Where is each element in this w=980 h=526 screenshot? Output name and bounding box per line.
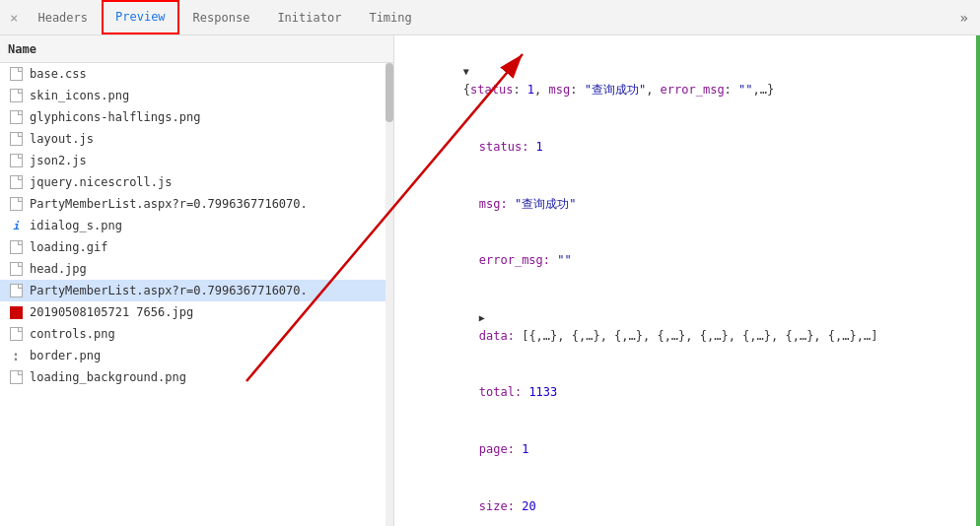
file-item[interactable]: jquery.nicescroll.js (0, 171, 393, 193)
file-name-label: border.png (30, 349, 101, 362)
json-root-line[interactable]: ▼ {status: 1, msg: "查询成功", error_msg: ""… (406, 43, 968, 119)
file-type-icon (8, 88, 24, 103)
green-scrollbar (976, 35, 980, 526)
file-type-icon (8, 326, 24, 342)
file-list-header: Name (0, 35, 393, 63)
scrollbar-thumb[interactable] (385, 63, 393, 122)
file-type-icon (8, 196, 24, 212)
file-name-label: base.css (30, 67, 87, 81)
expand-root-arrow[interactable]: ▼ (463, 64, 469, 80)
file-type-icon (8, 131, 24, 147)
file-item[interactable]: :border.png (0, 345, 393, 366)
file-item[interactable]: PartyMemberList.aspx?r=0.7996367716070. (0, 280, 393, 301)
file-item[interactable]: controls.png (0, 323, 393, 345)
tab-timing[interactable]: Timing (355, 0, 425, 34)
file-name-label: 20190508105721 7656.jpg (30, 305, 193, 319)
file-item[interactable]: base.css (0, 63, 393, 85)
file-type-icon (8, 304, 24, 320)
expand-data-arrow[interactable]: ▶ (479, 310, 485, 326)
file-item[interactable]: iidialog_s.png (0, 215, 393, 236)
preview-panel: ▼ {status: 1, msg: "查询成功", error_msg: ""… (394, 35, 980, 526)
close-button[interactable]: × (4, 7, 24, 29)
file-type-icon (8, 283, 24, 298)
file-name-label: skin_icons.png (30, 89, 129, 102)
json-status-line: status: 1 (406, 119, 968, 176)
json-msg-line: msg: "查询成功" (406, 175, 968, 232)
file-type-icon (8, 66, 24, 82)
file-type-icon (8, 153, 24, 168)
file-item[interactable]: loading_background.png (0, 366, 393, 388)
json-total-line: total: 1133 (406, 364, 968, 422)
json-page-line: page: 1 (406, 422, 968, 479)
file-name-label: head.jpg (30, 262, 87, 276)
tab-headers[interactable]: Headers (24, 0, 102, 34)
file-item[interactable]: head.jpg (0, 258, 393, 280)
scrollbar-track[interactable] (385, 63, 393, 526)
file-item[interactable]: loading.gif (0, 236, 393, 258)
file-list-panel: Name base.cssskin_icons.pngglyphicons-ha… (0, 35, 394, 526)
file-type-icon (8, 239, 24, 255)
tab-initiator[interactable]: Initiator (263, 0, 355, 34)
file-type-icon (8, 369, 24, 385)
tab-response[interactable]: Response (179, 0, 264, 34)
file-item[interactable]: 20190508105721 7656.jpg (0, 301, 393, 323)
file-name-label: layout.js (30, 132, 94, 146)
file-name-label: glyphicons-halflings.png (30, 110, 200, 124)
file-item[interactable]: PartyMemberList.aspx?r=0.7996367716070. (0, 193, 393, 215)
file-name-label: loading.gif (30, 240, 107, 254)
file-list: base.cssskin_icons.pngglyphicons-halflin… (0, 63, 393, 526)
file-name-label: idialog_s.png (30, 219, 122, 232)
file-name-label: jquery.nicescroll.js (30, 175, 173, 189)
json-error-msg-line: error_msg: "" (406, 232, 968, 290)
json-data-line[interactable]: ▶ data: [{,…}, {,…}, {,…}, {,…}, {,…}, {… (406, 289, 968, 364)
more-tabs-button[interactable]: » (952, 6, 976, 30)
file-item[interactable]: json2.js (0, 150, 393, 171)
file-type-icon: : (8, 348, 24, 363)
file-name-label: PartyMemberList.aspx?r=0.7996367716070. (30, 197, 308, 211)
file-item[interactable]: glyphicons-halflings.png (0, 106, 393, 128)
file-type-icon (8, 261, 24, 277)
devtools-window: × Headers Preview Response Initiator Tim… (0, 0, 980, 526)
file-type-icon: i (8, 218, 24, 233)
file-type-icon (8, 109, 24, 125)
file-name-label: loading_background.png (30, 370, 186, 384)
file-item[interactable]: skin_icons.png (0, 85, 393, 106)
json-size-line: size: 20 (406, 478, 968, 526)
file-item[interactable]: layout.js (0, 128, 393, 150)
file-name-label: json2.js (30, 154, 87, 167)
file-name-label: controls.png (30, 327, 115, 341)
main-content: Name base.cssskin_icons.pngglyphicons-ha… (0, 35, 980, 526)
file-name-label: PartyMemberList.aspx?r=0.7996367716070. (30, 284, 308, 297)
tab-preview[interactable]: Preview (102, 0, 179, 34)
file-type-icon (8, 174, 24, 190)
tab-bar: × Headers Preview Response Initiator Tim… (0, 0, 980, 35)
